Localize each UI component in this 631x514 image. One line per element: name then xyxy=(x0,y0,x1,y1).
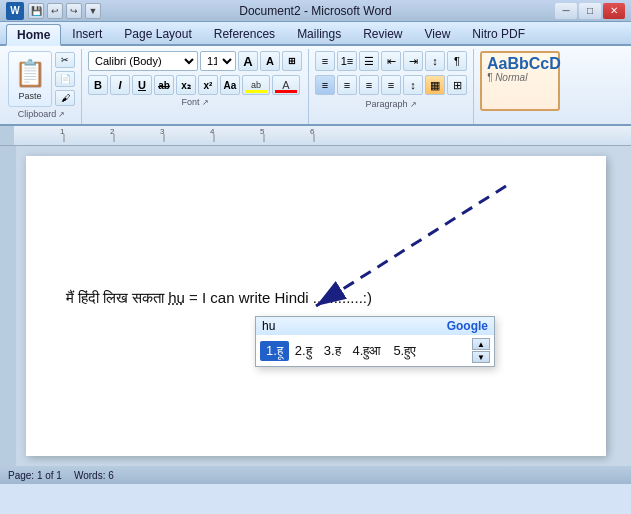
clipboard-expand-icon[interactable]: ↗ xyxy=(58,110,65,119)
tab-page-layout[interactable]: Page Layout xyxy=(113,23,202,44)
font-group: Calibri (Body) 11 A A ⊞ B I U ab x₂ x² A… xyxy=(84,49,309,124)
font-bottom-row: B I U ab x₂ x² Aa ab A xyxy=(88,75,302,95)
ribbon-tabs: Home Insert Page Layout References Maili… xyxy=(0,22,631,46)
autocomplete-item-2[interactable]: 2.हु xyxy=(289,341,318,361)
paragraph-top-row: ≡ 1≡ ☰ ⇤ ⇥ ↕ ¶ xyxy=(315,51,467,71)
font-group-label: Font ↗ xyxy=(181,97,208,108)
svg-text:6: 6 xyxy=(310,127,315,136)
paragraph-group-label: Paragraph ↗ xyxy=(365,99,416,110)
redo-button[interactable]: ↪ xyxy=(66,3,82,19)
tab-nitro-pdf[interactable]: Nitro PDF xyxy=(461,23,536,44)
paragraph-bottom-row: ≡ ≡ ≡ ≡ ↕ ▦ ⊞ xyxy=(315,75,467,95)
document-content: मैं हिंदी लिख सकता hu = I can write Hind… xyxy=(66,286,566,310)
superscript-button[interactable]: x² xyxy=(198,75,218,95)
autocomplete-suggestions: 1.हू 2.हु 3.ह 4.हुआ 5.हुए ▲ ▼ xyxy=(256,335,494,366)
tab-home[interactable]: Home xyxy=(6,24,61,46)
strikethrough-button[interactable]: ab xyxy=(154,75,174,95)
shrink-font-button[interactable]: A xyxy=(260,51,280,71)
autocomplete-item-1[interactable]: 1.हू xyxy=(260,341,289,361)
sort-button[interactable]: ↕ xyxy=(425,51,445,71)
word-icon: W xyxy=(6,2,24,20)
minimize-button[interactable]: ─ xyxy=(555,3,577,19)
align-right-button[interactable]: ≡ xyxy=(359,75,379,95)
status-bar: Page: 1 of 1 Words: 6 xyxy=(0,466,631,484)
autocomplete-scroll-up[interactable]: ▲ xyxy=(472,338,490,350)
justify-button[interactable]: ≡ xyxy=(381,75,401,95)
multilevel-list-button[interactable]: ☰ xyxy=(359,51,379,71)
svg-text:4: 4 xyxy=(210,127,215,136)
paste-button[interactable]: 📋 Paste xyxy=(8,51,52,107)
format-painter-button[interactable]: 🖌 xyxy=(55,90,75,106)
autocomplete-input-display: hu xyxy=(262,319,275,333)
highlight-color-button[interactable]: ab xyxy=(242,75,270,95)
bold-button[interactable]: B xyxy=(88,75,108,95)
autocomplete-item-5[interactable]: 5.हुए xyxy=(387,341,422,361)
copy-button[interactable]: 📄 xyxy=(55,71,75,87)
borders-button[interactable]: ⊞ xyxy=(447,75,467,95)
word-count: Words: 6 xyxy=(74,470,114,481)
autocomplete-scroll-down[interactable]: ▼ xyxy=(472,351,490,363)
italic-button[interactable]: I xyxy=(110,75,130,95)
tab-references[interactable]: References xyxy=(203,23,286,44)
autocomplete-scroll-arrows: ▲ ▼ xyxy=(472,338,490,363)
paragraph-expand-icon[interactable]: ↗ xyxy=(410,100,417,109)
cut-button[interactable]: ✂ xyxy=(55,52,75,68)
align-center-button[interactable]: ≡ xyxy=(337,75,357,95)
paste-label: Paste xyxy=(18,91,41,101)
document-main-text[interactable]: मैं हिंदी लिख सकता hu = I can write Hind… xyxy=(66,286,566,310)
shading-button[interactable]: ▦ xyxy=(425,75,445,95)
save-button[interactable]: 💾 xyxy=(28,3,44,19)
document-area: मैं हिंदी लिख सकता hu = I can write Hind… xyxy=(0,146,631,466)
ruler: 1 2 3 4 5 6 xyxy=(0,126,631,146)
tab-mailings[interactable]: Mailings xyxy=(286,23,352,44)
underline-button[interactable]: U xyxy=(132,75,152,95)
font-family-select[interactable]: Calibri (Body) xyxy=(88,51,198,71)
clipboard-group: 📋 Paste ✂ 📄 🖌 Clipboard ↗ xyxy=(4,49,82,124)
numbering-button[interactable]: 1≡ xyxy=(337,51,357,71)
styles-normal-label: ¶ Normal xyxy=(487,72,527,83)
subscript-button[interactable]: x₂ xyxy=(176,75,196,95)
tab-insert[interactable]: Insert xyxy=(61,23,113,44)
clear-format-button[interactable]: ⊞ xyxy=(282,51,302,71)
increase-indent-button[interactable]: ⇥ xyxy=(403,51,423,71)
autocomplete-popup: hu Google 1.हू 2.हु 3.ह 4.हुआ 5.हुए ▲ ▼ xyxy=(255,316,495,367)
window-title: Document2 - Microsoft Word xyxy=(239,4,392,18)
styles-group: AaBbCcD ¶ Normal xyxy=(476,49,566,124)
close-button[interactable]: ✕ xyxy=(603,3,625,19)
paste-icon: 📋 xyxy=(14,58,46,89)
tab-view[interactable]: View xyxy=(414,23,462,44)
left-margin xyxy=(0,146,16,466)
document-page[interactable]: मैं हिंदी लिख सकता hu = I can write Hind… xyxy=(26,156,606,456)
window-controls: ─ □ ✕ xyxy=(555,3,625,19)
grow-font-button[interactable]: A xyxy=(238,51,258,71)
page-info: Page: 1 of 1 xyxy=(8,470,62,481)
font-size-select[interactable]: 11 xyxy=(200,51,236,71)
paragraph-group: ≡ 1≡ ☰ ⇤ ⇥ ↕ ¶ ≡ ≡ ≡ ≡ ↕ ▦ ⊞ Paragraph ↗ xyxy=(311,49,474,124)
font-color-button[interactable]: A xyxy=(272,75,300,95)
clipboard-label: Clipboard ↗ xyxy=(18,109,66,120)
title-bar-left: W 💾 ↩ ↪ ▼ xyxy=(6,2,101,20)
align-left-button[interactable]: ≡ xyxy=(315,75,335,95)
decrease-indent-button[interactable]: ⇤ xyxy=(381,51,401,71)
svg-text:3: 3 xyxy=(160,127,165,136)
quick-access-toolbar: 💾 ↩ ↪ ▼ xyxy=(28,3,101,19)
autocomplete-provider: Google xyxy=(447,319,488,333)
tab-review[interactable]: Review xyxy=(352,23,413,44)
line-spacing-button[interactable]: ↕ xyxy=(403,75,423,95)
font-top-row: Calibri (Body) 11 A A ⊞ xyxy=(88,51,302,71)
ribbon: 📋 Paste ✂ 📄 🖌 Clipboard ↗ Calibri (Body) xyxy=(0,46,631,126)
font-expand-icon[interactable]: ↗ xyxy=(202,98,209,107)
svg-text:2: 2 xyxy=(110,127,115,136)
styles-sample-text: AaBbCcD xyxy=(487,56,561,72)
autocomplete-header: hu Google xyxy=(256,317,494,335)
customize-button[interactable]: ▼ xyxy=(85,3,101,19)
svg-text:5: 5 xyxy=(260,127,265,136)
change-case-button[interactable]: Aa xyxy=(220,75,240,95)
autocomplete-item-3[interactable]: 3.ह xyxy=(318,341,347,361)
show-marks-button[interactable]: ¶ xyxy=(447,51,467,71)
maximize-button[interactable]: □ xyxy=(579,3,601,19)
undo-button[interactable]: ↩ xyxy=(47,3,63,19)
autocomplete-item-4[interactable]: 4.हुआ xyxy=(347,341,388,361)
styles-preview[interactable]: AaBbCcD ¶ Normal xyxy=(480,51,560,111)
bullets-button[interactable]: ≡ xyxy=(315,51,335,71)
